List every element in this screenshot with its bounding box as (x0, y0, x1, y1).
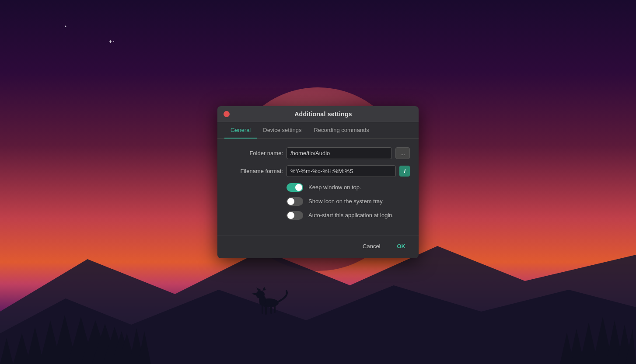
folder-name-label: Folder name: (226, 150, 283, 156)
tab-general[interactable]: General (224, 122, 257, 139)
show-tray-thumb (287, 198, 294, 205)
ok-button[interactable]: OK (391, 240, 412, 252)
autostart-track (287, 211, 303, 220)
folder-name-input[interactable] (287, 147, 392, 159)
filename-format-row: Filename format: i (226, 165, 410, 177)
show-tray-label: Show icon on the system tray. (308, 198, 384, 205)
dialog-footer: Cancel OK (217, 236, 419, 258)
keep-on-top-row: Keep window on top. (287, 183, 410, 192)
show-tray-toggle[interactable] (287, 197, 303, 206)
dialog-tabs: General Device settings Recording comman… (217, 122, 419, 139)
keep-on-top-label: Keep window on top. (308, 184, 361, 191)
tab-recording-commands[interactable]: Recording commands (308, 122, 375, 139)
dialog-body: Folder name: ... Filename format: i Keep… (217, 139, 419, 236)
cancel-button[interactable]: Cancel (356, 240, 386, 252)
filename-format-label: Filename format: (226, 168, 283, 174)
autostart-label: Auto-start this application at login. (308, 212, 394, 218)
close-button[interactable] (224, 111, 230, 117)
show-tray-track (287, 197, 303, 206)
dialog-overlay: Additional settings General Device setti… (0, 0, 636, 364)
info-button[interactable]: i (399, 166, 410, 177)
dialog-title: Additional settings (234, 111, 412, 118)
browse-button[interactable]: ... (395, 147, 410, 159)
filename-format-input[interactable] (287, 165, 396, 177)
folder-name-row: Folder name: ... (226, 147, 410, 159)
dialog-titlebar: Additional settings (217, 106, 419, 122)
autostart-row: Auto-start this application at login. (287, 211, 410, 220)
show-tray-row: Show icon on the system tray. (287, 197, 410, 206)
additional-settings-dialog: Additional settings General Device setti… (217, 106, 419, 258)
keep-on-top-toggle[interactable] (287, 183, 303, 192)
autostart-toggle[interactable] (287, 211, 303, 220)
tab-device-settings[interactable]: Device settings (257, 122, 308, 139)
autostart-thumb (287, 212, 294, 219)
keep-on-top-track (287, 183, 303, 192)
keep-on-top-thumb (295, 184, 302, 191)
